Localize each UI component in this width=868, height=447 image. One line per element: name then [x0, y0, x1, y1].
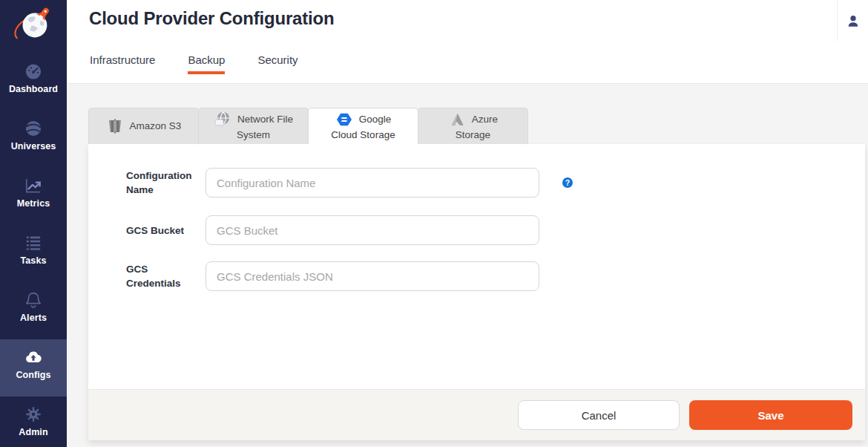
provider-tab-label: Network File [237, 113, 293, 126]
configuration-name-label: Configuration Name [126, 169, 185, 197]
tasks-icon [24, 233, 43, 252]
top-tabs: Infrastructure Backup Security [90, 53, 298, 74]
tab-infrastructure[interactable]: Infrastructure [90, 53, 155, 74]
sidebar-item-dashboard[interactable]: Dashboard [0, 53, 67, 111]
help-icon[interactable]: ? [562, 177, 573, 188]
form-footer: Cancel Save [88, 389, 865, 440]
form-row-gcs-credentials: GCS Credentials [126, 261, 539, 291]
configuration-name-input[interactable] [206, 168, 539, 198]
sidebar-item-label: Universes [11, 141, 56, 151]
provider-tab-google-cloud-storage[interactable]: Google Cloud Storage [308, 108, 418, 144]
provider-tab-network-file-system[interactable]: Network File System [198, 108, 309, 144]
form-row-gcs-bucket: GCS Bucket [126, 215, 539, 245]
sidebar-item-label: Dashboard [9, 84, 58, 94]
amazon-s3-icon [106, 117, 124, 135]
universes-icon [24, 119, 43, 138]
provider-tab-label: Azure [472, 113, 498, 126]
provider-tab-amazon-s3[interactable]: Amazon S3 [88, 108, 199, 144]
tab-backup[interactable]: Backup [188, 53, 225, 74]
user-icon [846, 13, 861, 28]
provider-tabs: Amazon S3 Network File System [88, 108, 527, 144]
sidebar-item-label: Metrics [17, 198, 50, 209]
sidebar-item-label: Admin [19, 427, 47, 437]
sidebar-item-metrics[interactable]: Metrics [0, 168, 67, 225]
page-title: Cloud Provider Configuration [89, 8, 334, 29]
configs-icon [23, 348, 44, 367]
tab-security[interactable]: Security [257, 53, 297, 74]
app-window: Dashboard Universes Metrics [0, 0, 868, 447]
sidebar-item-label: Configs [16, 370, 50, 380]
sidebar-item-configs[interactable]: Configs [0, 339, 67, 397]
sidebar-item-label: Alerts [20, 313, 47, 323]
gcs-icon [335, 111, 353, 128]
gcs-bucket-label: GCS Bucket [126, 224, 185, 238]
provider-tab-label-line2: System [237, 128, 270, 142]
backup-config-card: Configuration Name ? GCS Bucket GCS Cred… [88, 144, 865, 440]
form-row-configuration-name: Configuration Name ? [126, 168, 573, 198]
save-button[interactable]: Save [689, 400, 852, 430]
sidebar-item-label: Tasks [20, 255, 46, 266]
gcs-credentials-input[interactable] [206, 261, 539, 291]
gcs-bucket-input[interactable] [206, 215, 539, 245]
sidebar-item-admin[interactable]: Admin [0, 397, 67, 447]
azure-icon [448, 111, 466, 128]
sidebar-item-universes[interactable]: Universes [0, 111, 67, 168]
cancel-button[interactable]: Cancel [518, 400, 680, 430]
gcs-credentials-label: GCS Credentials [126, 262, 185, 290]
sidebar: Dashboard Universes Metrics [0, 0, 67, 447]
admin-icon [24, 405, 43, 424]
header: Cloud Provider Configuration Infrastruct… [67, 0, 868, 84]
dashboard-icon [24, 62, 43, 81]
provider-tab-label-line2: Cloud Storage [331, 128, 395, 142]
provider-tab-label: Google [359, 113, 392, 126]
provider-tab-label-line2: Storage [456, 128, 490, 142]
sidebar-item-alerts[interactable]: Alerts [0, 282, 67, 339]
sidebar-nav: Dashboard Universes Metrics [0, 53, 67, 447]
provider-tab-azure-storage[interactable]: Azure Storage [418, 108, 528, 144]
user-menu-button[interactable] [843, 10, 864, 31]
provider-tab-label: Amazon S3 [130, 120, 182, 133]
alerts-icon [24, 290, 43, 310]
logo-globe-rocket-icon [12, 4, 55, 47]
yugabyte-logo[interactable] [0, 2, 67, 48]
nfs-icon [214, 111, 231, 128]
header-divider [837, 0, 838, 42]
sidebar-item-tasks[interactable]: Tasks [0, 225, 67, 282]
metrics-icon [24, 176, 43, 195]
